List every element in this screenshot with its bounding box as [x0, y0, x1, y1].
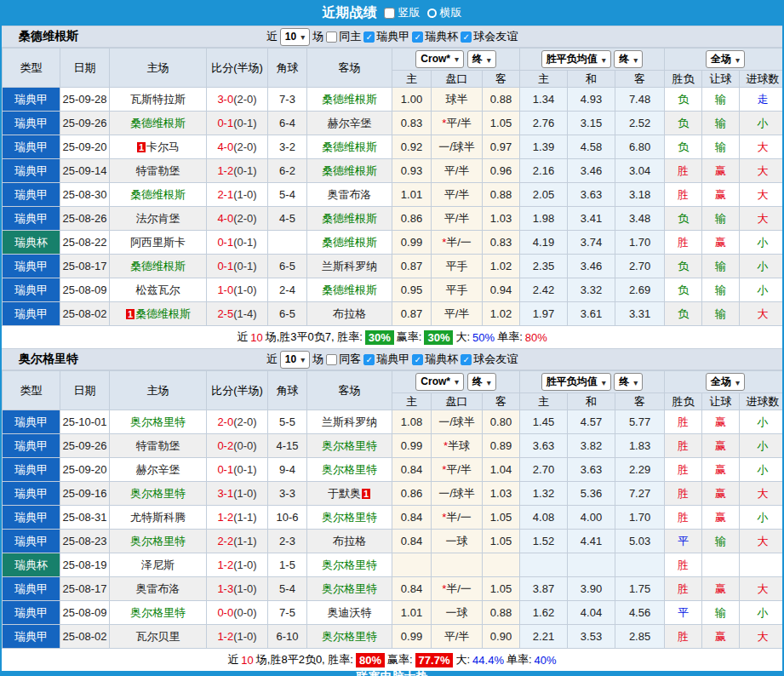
home-team-cell: 奥尔格里特: [110, 410, 207, 434]
handicap-value: 半/一: [446, 511, 472, 524]
score-cell: 2-5(1-4): [207, 302, 268, 326]
match-count-select[interactable]: 10: [280, 351, 310, 369]
odds-away-cell: 1.02: [483, 255, 520, 278]
red-number-badge: 1: [137, 142, 146, 152]
odds-company-select[interactable]: Crow*: [415, 50, 464, 68]
team-name: 奥迪沃特: [328, 606, 372, 619]
checkbox-league-allsvenskan[interactable]: 瑞典甲: [363, 29, 409, 44]
odds-away-cell: 0.94: [483, 278, 520, 302]
odds-time-select[interactable]: 终: [467, 50, 496, 68]
mean-home-cell: 3.63: [520, 434, 568, 458]
mean-draw-cell: 3.41: [568, 207, 615, 231]
mean-away-cell: 6.80: [615, 135, 665, 159]
checkbox-league-cup[interactable]: 瑞典杯: [412, 352, 458, 367]
col-corner: 角球: [268, 371, 307, 410]
odds-home-cell: 0.93: [392, 159, 432, 183]
match-row: 瑞典甲25-09-14特雷勒堡1-2(0-1)6-2桑德维根斯0.93平/半0.…: [3, 159, 784, 183]
chevron-down-icon: [487, 376, 491, 388]
handicap-value: 球半: [446, 93, 468, 106]
match-row: 瑞典甲25-08-02瓦尔贝里1-2(1-0)6-10奥尔格里特0.99平/半0…: [3, 625, 784, 649]
half-time-score: (0-1): [233, 260, 256, 272]
half-time-score: (1-0): [233, 582, 256, 595]
handicap-result-cell: 输: [702, 530, 740, 553]
result-cell: 负: [665, 112, 702, 135]
mean-time-select[interactable]: 终: [614, 373, 643, 391]
home-team-cell: 赫尔辛堡: [110, 458, 207, 482]
result-cell: 平: [665, 601, 702, 625]
checkbox-friendly[interactable]: 球会友谊: [461, 29, 518, 44]
score-cell: 0-2(0-0): [207, 434, 268, 458]
fullmatch-select[interactable]: 全场: [706, 373, 745, 391]
handicap-result-cell: 输: [702, 278, 740, 302]
away-team-cell: 赫尔辛堡: [307, 112, 392, 135]
odds-away-cell: 0.88: [483, 88, 520, 112]
checkbox-unchecked-icon: [326, 354, 337, 365]
radio-vertical-layout[interactable]: 竖版: [384, 5, 421, 20]
mean-odds-select[interactable]: 胜平负均值: [541, 373, 611, 391]
odds-home-cell: [392, 553, 432, 577]
mean-home-cell: 1.97: [520, 302, 568, 326]
handicap-value: 一/球半: [438, 415, 475, 428]
handicap-value: 半球: [448, 439, 470, 452]
summary-text: 单率:: [506, 652, 532, 667]
mean-home-cell: 1.34: [520, 88, 568, 112]
date-cell: 25-08-17: [60, 577, 110, 601]
handicap-result-cell: 赢: [702, 434, 740, 458]
handicap-result-cell: 赢: [702, 458, 740, 482]
date-cell: 25-08-26: [60, 207, 110, 231]
handicap-cell: *半/一: [432, 231, 483, 255]
handicap-result-cell: 输: [702, 601, 740, 625]
checkbox-friendly[interactable]: 球会友谊: [461, 352, 518, 367]
handicap-cell: 平手: [432, 278, 483, 302]
odds-home-cell: 0.83: [392, 112, 432, 135]
mean-draw-cell: 3.63: [568, 458, 615, 482]
result-cell: 负: [665, 135, 702, 159]
match-row: 瑞典甲25-09-26特雷勒堡0-2(0-0)4-15奥尔格里特0.99*半球0…: [3, 434, 784, 458]
score-cell: 1-2(1-1): [207, 506, 268, 530]
checkbox-label: 同主: [339, 29, 361, 44]
match-row: 瑞典甲25-08-26法尔肯堡4-0(2-0)4-5桑德维根斯0.86平/半1.…: [3, 207, 784, 231]
goals-result-cell: 大: [740, 530, 784, 553]
match-count-select[interactable]: 10: [280, 28, 310, 46]
away-team-cell: 奥尔格里特: [307, 434, 392, 458]
mean-away-cell: 2.69: [615, 278, 665, 302]
checkbox-league-allsvenskan[interactable]: 瑞典甲: [363, 352, 409, 367]
radio-horizontal-layout[interactable]: 横版: [427, 5, 462, 20]
fullmatch-select[interactable]: 全场: [706, 50, 745, 68]
half-time-score: (1-0): [233, 559, 256, 571]
summary-text: 大:: [455, 329, 470, 345]
odds-away-cell: 1.03: [483, 482, 520, 506]
away-team-cell: 奥尔格里特: [307, 506, 392, 530]
handicap-value: 平/半: [444, 164, 470, 177]
team-title: 桑德维根斯: [19, 29, 78, 44]
checkbox-same-home[interactable]: 同主: [326, 29, 361, 44]
summary-count: 10: [250, 331, 262, 344]
handicap-result-cell: 输: [702, 302, 740, 326]
col-mean-away: 客: [615, 393, 665, 410]
filter-controls: 近 10 场 同客 瑞典甲 瑞典杯 球会友谊: [266, 351, 518, 369]
odds-company-select[interactable]: Crow*: [415, 373, 464, 391]
team-name: 奥尔格里特: [130, 487, 186, 500]
checkbox-same-away[interactable]: 同客: [326, 352, 361, 367]
half-time-score: (0-0): [233, 606, 256, 619]
checkbox-label: 球会友谊: [473, 29, 518, 44]
corner-cell: 3-2: [268, 135, 307, 159]
match-row: 瑞典杯25-08-22阿西里斯卡0-1(0-1)桑德维根斯0.99*半/一0.8…: [3, 231, 784, 255]
handicap-value: 半/一: [446, 236, 472, 249]
away-team-cell: 奥雷布洛: [307, 183, 392, 207]
corner-cell: 4-5: [268, 207, 307, 231]
odds-time-select[interactable]: 终: [467, 373, 496, 391]
league-cell: 瑞典甲: [3, 255, 60, 278]
mean-home-cell: 1.45: [520, 410, 568, 434]
team-name: 兰斯科罗纳: [322, 260, 377, 272]
mean-time-select[interactable]: 终: [614, 50, 643, 68]
mean-odds-select[interactable]: 胜平负均值: [541, 50, 611, 68]
team-name: 奥尔格里特: [322, 511, 377, 524]
mean-home-cell: 1.52: [520, 530, 568, 553]
mean-draw-cell: 4.93: [568, 88, 615, 112]
checkbox-league-cup[interactable]: 瑞典杯: [412, 29, 458, 44]
date-cell: 25-08-22: [60, 231, 110, 255]
score-cell: 3-1(1-0): [207, 482, 268, 506]
full-time-score: 3-0: [217, 93, 233, 106]
handicap-cell: 平手: [432, 255, 483, 278]
